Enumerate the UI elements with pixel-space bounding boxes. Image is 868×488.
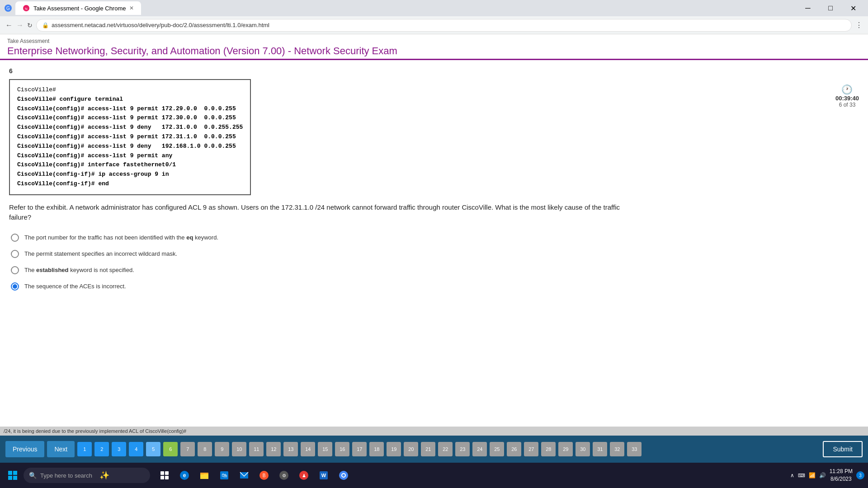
svg-text:🛍: 🛍 bbox=[222, 472, 227, 479]
option-c[interactable]: The established keyword is not specified… bbox=[11, 266, 859, 274]
network-icon[interactable]: 📶 bbox=[809, 472, 816, 479]
question-dot-11[interactable]: 11 bbox=[249, 442, 264, 456]
question-dot-30[interactable]: 30 bbox=[576, 442, 590, 456]
question-dot-16[interactable]: 16 bbox=[335, 442, 349, 456]
radio-d[interactable] bbox=[11, 282, 19, 291]
question-dot-3[interactable]: 3 bbox=[112, 442, 126, 456]
question-dot-17[interactable]: 17 bbox=[352, 442, 367, 456]
svg-rect-6 bbox=[8, 476, 12, 480]
notification-button[interactable]: 3 bbox=[856, 471, 864, 479]
svg-rect-10 bbox=[160, 476, 164, 479]
clock-icon: 🕐 bbox=[835, 84, 859, 95]
svg-text:W: W bbox=[321, 473, 326, 478]
browser-taskbar-button[interactable]: B bbox=[255, 466, 273, 484]
question-dot-22[interactable]: 22 bbox=[438, 442, 453, 456]
question-dot-28[interactable]: 28 bbox=[541, 442, 556, 456]
question-dot-6[interactable]: 6 bbox=[163, 442, 178, 456]
svg-text:e: e bbox=[183, 472, 186, 479]
app6-button[interactable]: ⚙ bbox=[275, 466, 293, 484]
svg-rect-9 bbox=[165, 471, 169, 475]
question-dot-23[interactable]: 23 bbox=[455, 442, 470, 456]
next-button[interactable]: Next bbox=[47, 441, 75, 457]
svg-rect-8 bbox=[160, 471, 164, 475]
chrome-button[interactable] bbox=[335, 466, 353, 484]
maximize-button[interactable]: □ bbox=[820, 0, 841, 16]
question-dot-2[interactable]: 2 bbox=[94, 442, 109, 456]
question-dot-21[interactable]: 21 bbox=[421, 442, 435, 456]
previous-button[interactable]: Previous bbox=[5, 441, 44, 457]
svg-text:B: B bbox=[263, 473, 266, 478]
svg-point-30 bbox=[342, 474, 345, 477]
radio-c[interactable] bbox=[11, 266, 19, 274]
show-hidden-icons-button[interactable]: ∧ bbox=[790, 472, 794, 479]
question-dot-27[interactable]: 27 bbox=[524, 442, 538, 456]
question-dot-33[interactable]: 33 bbox=[627, 442, 642, 456]
cortana-icon: ✨ bbox=[99, 470, 109, 480]
radio-d-fill bbox=[13, 284, 17, 289]
radio-b[interactable] bbox=[11, 250, 19, 258]
option-a[interactable]: The port number for the traffic has not … bbox=[11, 234, 859, 242]
store-button[interactable]: 🛍 bbox=[215, 466, 233, 484]
question-dot-18[interactable]: 18 bbox=[369, 442, 384, 456]
start-button[interactable] bbox=[4, 466, 22, 484]
options-area: The port number for the traffic has not … bbox=[9, 234, 859, 291]
edge-icon: e bbox=[179, 470, 189, 480]
forward-button[interactable]: → bbox=[16, 21, 24, 29]
question-dot-10[interactable]: 10 bbox=[232, 442, 246, 456]
question-dot-15[interactable]: 15 bbox=[318, 442, 332, 456]
code-exhibit: CiscoVille# CiscoVille# configure termin… bbox=[9, 79, 251, 195]
extensions-button[interactable]: ⋮ bbox=[855, 21, 863, 29]
browser-tab[interactable]: N Take Assessment - Google Chrome ✕ bbox=[15, 1, 141, 15]
word-button[interactable]: W bbox=[315, 466, 333, 484]
question-dot-20[interactable]: 20 bbox=[404, 442, 418, 456]
option-d[interactable]: The sequence of the ACEs is incorrect. bbox=[11, 282, 859, 291]
question-dot-1[interactable]: 1 bbox=[77, 442, 92, 456]
question-dot-13[interactable]: 13 bbox=[283, 442, 298, 456]
taskbar-search-bar[interactable]: 🔍 Type here to search ✨ bbox=[24, 468, 150, 483]
system-clock[interactable]: 11:28 PM 8/6/2023 bbox=[830, 468, 853, 483]
question-dot-9[interactable]: 9 bbox=[215, 442, 229, 456]
svg-text:G: G bbox=[6, 6, 10, 11]
question-dot-14[interactable]: 14 bbox=[301, 442, 315, 456]
store-icon: 🛍 bbox=[219, 470, 229, 480]
file-explorer-icon bbox=[199, 470, 209, 480]
question-dot-12[interactable]: 12 bbox=[266, 442, 281, 456]
question-dot-25[interactable]: 25 bbox=[490, 442, 504, 456]
question-number: 6 bbox=[9, 67, 859, 75]
option-a-text: The port number for the traffic has not … bbox=[24, 234, 218, 241]
submit-button[interactable]: Submit bbox=[823, 441, 863, 457]
question-dot-24[interactable]: 24 bbox=[472, 442, 487, 456]
question-dot-32[interactable]: 32 bbox=[610, 442, 624, 456]
question-dot-5[interactable]: 5 bbox=[146, 442, 160, 456]
page-header: Take Assessment Enterprise Networking, S… bbox=[0, 34, 868, 60]
taskbar: 🔍 Type here to search ✨ e bbox=[0, 463, 868, 488]
file-explorer-button[interactable] bbox=[195, 466, 213, 484]
svg-rect-4 bbox=[8, 471, 12, 475]
option-c-text: The established keyword is not specified… bbox=[24, 267, 134, 273]
mail-button[interactable] bbox=[235, 466, 253, 484]
url-bar[interactable]: 🔒 assessment.netacad.net/virtuoso/delive… bbox=[36, 19, 852, 32]
volume-icon[interactable]: 🔊 bbox=[819, 472, 826, 479]
reload-button[interactable]: ↻ bbox=[27, 22, 33, 29]
question-dot-4[interactable]: 4 bbox=[129, 442, 143, 456]
tab-close-button[interactable]: ✕ bbox=[129, 5, 134, 11]
question-dot-7[interactable]: 7 bbox=[180, 442, 195, 456]
question-dot-31[interactable]: 31 bbox=[593, 442, 607, 456]
question-dot-8[interactable]: 8 bbox=[198, 442, 212, 456]
minimize-button[interactable]: ─ bbox=[797, 0, 818, 16]
window-controls: ─ □ ✕ bbox=[797, 0, 863, 16]
app7-button[interactable]: ♟ bbox=[295, 466, 313, 484]
option-b[interactable]: The permit statement specifies an incorr… bbox=[11, 250, 859, 258]
edge-button[interactable]: e bbox=[175, 466, 193, 484]
popup-strip: /24, it is being denied due to the previ… bbox=[0, 427, 868, 436]
question-dot-19[interactable]: 19 bbox=[387, 442, 401, 456]
question-dot-29[interactable]: 29 bbox=[558, 442, 573, 456]
popup-text: /24, it is being denied due to the previ… bbox=[4, 428, 186, 434]
task-view-button[interactable] bbox=[156, 466, 174, 484]
question-area: 6 CiscoVille# CiscoVille# configure term… bbox=[0, 60, 868, 298]
back-button[interactable]: ← bbox=[5, 21, 13, 29]
question-dot-26[interactable]: 26 bbox=[507, 442, 521, 456]
svg-rect-16 bbox=[200, 473, 204, 474]
close-button[interactable]: ✕ bbox=[843, 0, 863, 16]
radio-a[interactable] bbox=[11, 234, 19, 242]
